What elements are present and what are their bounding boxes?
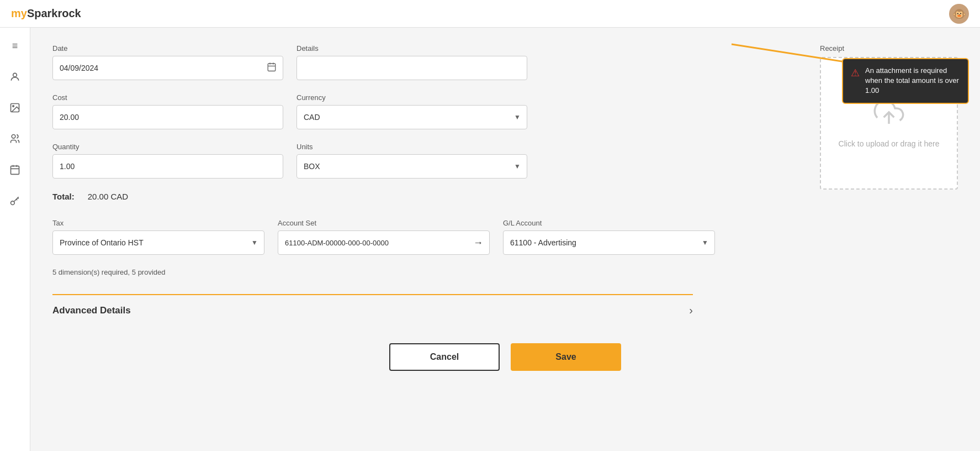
row-cost-currency: Cost Currency CAD USD EUR ▼ <box>52 93 527 129</box>
account-set-group: Account Set → <box>278 219 490 255</box>
total-row: Total: 20.00 CAD <box>52 192 527 201</box>
sidebar-icon-menu[interactable]: ≡ <box>5 36 25 56</box>
warning-icon: ⚠ <box>851 66 860 80</box>
svg-point-8 <box>11 201 15 205</box>
currency-select[interactable]: CAD USD EUR <box>296 105 527 129</box>
gl-select-wrapper: 61100 - Advertising 61200 - Marketing ▼ <box>503 230 715 255</box>
gl-account-group: G/L Account 61100 - Advertising 61200 - … <box>503 219 715 255</box>
warning-text: An attachment is required when the total… <box>865 66 960 96</box>
advanced-details-section[interactable]: Advanced Details › <box>52 294 693 317</box>
tax-group: Tax Province of Ontario HST No Tax ▼ <box>52 219 264 255</box>
gl-account-select[interactable]: 61100 - Advertising 61200 - Marketing <box>503 230 715 255</box>
total-value: 20.00 CAD <box>88 192 128 201</box>
row-date-details: Date Details <box>52 44 527 80</box>
details-input[interactable] <box>296 56 527 80</box>
sidebar-icon-people[interactable] <box>5 129 25 149</box>
sidebar-icon-calendar[interactable] <box>5 160 25 180</box>
chevron-right-icon: › <box>689 304 693 317</box>
tax-section: Tax Province of Ontario HST No Tax ▼ Acc… <box>52 219 715 255</box>
sidebar-icon-image[interactable] <box>5 98 25 118</box>
cost-label: Cost <box>52 93 283 102</box>
svg-line-11 <box>17 200 18 201</box>
date-input[interactable] <box>52 56 283 80</box>
sidebar: ≡ <box>0 28 30 451</box>
upload-text: Click to upload or drag it here <box>839 139 940 150</box>
total-label: Total: <box>52 192 75 201</box>
currency-group: Currency CAD USD EUR ▼ <box>296 93 527 129</box>
quantity-label: Quantity <box>52 143 283 151</box>
units-select[interactable]: BOX EACH KG <box>296 154 527 179</box>
tax-label: Tax <box>52 219 264 227</box>
gl-account-label: G/L Account <box>503 219 715 227</box>
tax-select-wrapper: Province of Ontario HST No Tax ▼ <box>52 230 264 255</box>
sidebar-icon-key[interactable] <box>5 191 25 211</box>
sidebar-icon-user[interactable] <box>5 67 25 87</box>
avatar[interactable]: 🐵 <box>949 4 969 24</box>
footer-buttons: Cancel Save <box>52 343 958 371</box>
advanced-label: Advanced Details <box>52 305 131 316</box>
quantity-group: Quantity <box>52 143 283 179</box>
cost-input[interactable] <box>52 105 283 129</box>
details-label: Details <box>296 44 527 53</box>
details-group: Details <box>296 44 527 80</box>
logo: mySparkrock <box>11 7 81 20</box>
quantity-input[interactable] <box>52 154 283 179</box>
row-quantity-units: Quantity Units BOX EACH KG ▼ <box>52 143 527 179</box>
svg-point-0 <box>13 73 17 77</box>
cancel-button[interactable]: Cancel <box>389 343 500 371</box>
save-button[interactable]: Save <box>511 343 621 371</box>
units-label: Units <box>296 143 527 151</box>
main-content: ⚠ An attachment is required when the tot… <box>30 28 980 451</box>
date-label: Date <box>52 44 283 53</box>
top-bar: mySparkrock 🐵 <box>0 0 980 28</box>
warning-tooltip: ⚠ An attachment is required when the tot… <box>842 58 969 104</box>
tax-select[interactable]: Province of Ontario HST No Tax <box>52 230 264 255</box>
account-set-wrapper: → <box>278 230 490 255</box>
account-set-input[interactable] <box>278 230 490 255</box>
svg-line-10 <box>18 198 19 199</box>
svg-point-3 <box>12 135 15 139</box>
cost-group: Cost <box>52 93 283 129</box>
svg-point-2 <box>13 106 14 107</box>
dimensions-text: 5 dimension(s) required, 5 provided <box>52 268 958 276</box>
receipt-label: Receipt <box>820 44 958 53</box>
svg-rect-4 <box>11 166 19 174</box>
account-set-label: Account Set <box>278 219 490 227</box>
units-select-wrapper: BOX EACH KG ▼ <box>296 154 527 179</box>
date-group: Date <box>52 44 283 80</box>
date-input-wrapper <box>52 56 283 80</box>
currency-label: Currency <box>296 93 527 102</box>
units-group: Units BOX EACH KG ▼ <box>296 143 527 179</box>
currency-select-wrapper: CAD USD EUR ▼ <box>296 105 527 129</box>
